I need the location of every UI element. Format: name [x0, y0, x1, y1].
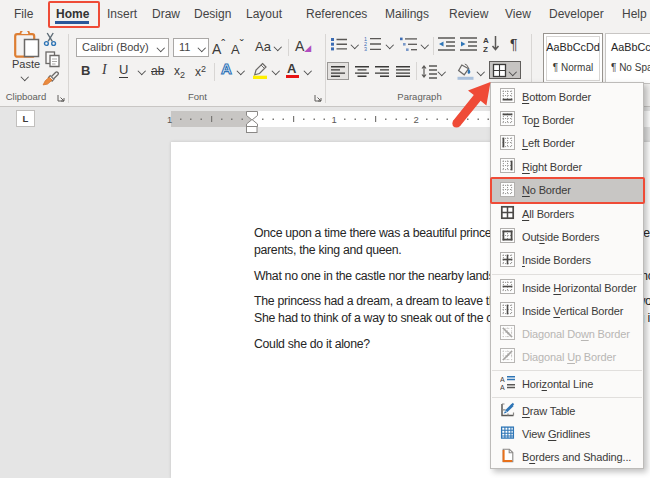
svg-text:1: 1	[332, 114, 337, 125]
svg-text:2: 2	[414, 114, 419, 125]
svg-text:A: A	[500, 384, 505, 391]
svg-text:1: 1	[167, 114, 172, 125]
svg-text:A: A	[500, 376, 505, 383]
svg-text:A: A	[483, 36, 489, 45]
svg-text:3: 3	[364, 46, 367, 52]
svg-text:Z: Z	[483, 45, 488, 53]
